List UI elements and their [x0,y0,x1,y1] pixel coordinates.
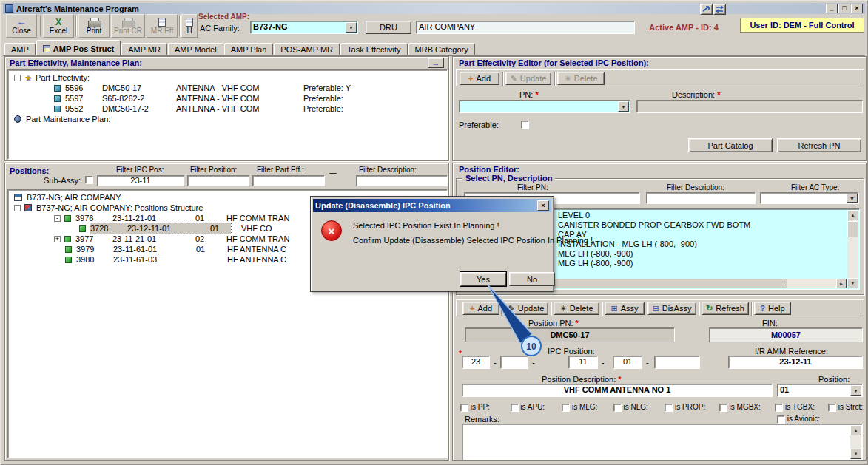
disassy-button[interactable]: ⊟ DisAssy [647,302,696,315]
ac-family-combo[interactable]: B737-NG ▼ [250,21,358,34]
tool-icon-button-1[interactable] [700,4,713,15]
arrow-right-icon: → [432,58,440,67]
dru-button[interactable]: DRU [366,21,411,34]
assy-button[interactable]: ⊞ Assy [605,302,645,315]
remarks-label: Remarks: [465,415,499,424]
yes-button[interactable]: Yes [460,272,506,286]
ir-amm-field[interactable]: 23-12-11 [728,356,863,369]
maximize-button[interactable]: □ [838,4,850,13]
filter-part-eff-input[interactable] [252,175,325,186]
tree-node-part-maintenance-plan[interactable]: Part Maintenance Plan: [8,114,447,124]
sub-assy-checkbox[interactable] [85,176,93,184]
tab-amp-pos-struct[interactable]: AMP Pos Struct [36,40,121,55]
position-description-label: Position Description: * [542,375,622,384]
filter-ac-type-combo[interactable]: ▼ [760,192,859,204]
tab-amp-mr[interactable]: AMP MR [121,43,167,55]
position-description-field[interactable]: VHF COMM ANTENNA NO 1 [462,384,773,397]
chevron-down-icon[interactable]: ▼ [850,385,861,396]
is-mlg-checkbox[interactable] [562,404,570,412]
ipc-field-4[interactable]: 01 [613,356,642,369]
ipc-field-2[interactable] [500,356,528,369]
part-row[interactable]: 5597 S65-8262-2 ANTENNA - VHF COM Prefer… [8,93,447,103]
expand-arrow-button[interactable]: → [428,58,444,68]
grid-icon [43,45,50,52]
close-button[interactable]: ← Close [6,14,37,38]
add-button[interactable]: + Add [462,302,499,315]
position-ipc: 23-11-61-03 [113,254,196,265]
help-button[interactable]: H [181,14,198,38]
is-mgbx-checkbox[interactable] [719,404,727,412]
is-nlg-checkbox[interactable] [613,404,622,412]
part-catalog-button[interactable]: Part Catalog [688,138,773,152]
dialog-close-button[interactable]: × [537,200,549,211]
chevron-down-icon[interactable]: ▼ [346,22,357,33]
description-field[interactable] [636,100,863,113]
expand-plus-icon[interactable]: + [54,236,61,242]
help-button[interactable]: ? Help [754,302,791,315]
tab-task-effectivity[interactable]: Task Effectivity [340,43,408,55]
scroll-down-icon[interactable]: ▼ [850,449,861,459]
tab-amp-plan[interactable]: AMP Plan [224,43,274,55]
preferable-checkbox[interactable] [521,121,529,129]
is-avionic-checkbox[interactable] [777,415,785,424]
remarks-textarea[interactable]: ▲ ▼ [462,424,863,461]
expand-minus-icon[interactable]: - [14,205,21,211]
tree-node-part-effectivity[interactable]: - ★ Part Effectivity: [8,72,447,83]
ipc-field-5[interactable] [654,356,700,369]
company-field[interactable]: AIR COMPANY [416,21,635,34]
print-button-label: Print [87,27,102,35]
update-button[interactable]: ✎ Update [505,72,551,85]
toolbar-separator [602,302,603,316]
company-value: AIR COMPANY [419,22,475,31]
mr-eff-icon [158,18,166,27]
is-avionic-label: is Avionic: [787,415,820,423]
add-button-label: Add [476,74,491,83]
delete-button[interactable]: ✳ Delete [557,72,605,85]
chevron-down-icon[interactable]: ▼ [618,101,629,112]
excel-button[interactable]: X Excel [43,14,74,38]
is-prop-checkbox[interactable] [665,404,673,412]
filter-position-input[interactable] [187,175,249,186]
is-apu-checkbox[interactable] [511,404,519,412]
expand-minus-icon[interactable]: - [54,215,61,222]
add-button[interactable]: + Add [460,72,499,85]
is-strct-checkbox[interactable] [828,404,836,412]
filter-ipc-input[interactable]: 23-11 [97,175,184,186]
close-window-button[interactable]: × [851,4,863,13]
mr-eff-button[interactable]: MR Eff [147,14,178,38]
tab-amp-model[interactable]: AMP Model [168,43,223,55]
ipc-field-1[interactable]: 23 [462,356,490,369]
scrollbar-thumb[interactable] [847,221,858,237]
print-cr-button[interactable]: Print CR [111,14,145,38]
tab-pos-amp-mr[interactable]: POS-AMP MR [274,43,340,55]
part-row[interactable]: 9552 DMC50-17-2 ANTENNA - VHF COM Prefer… [8,103,447,114]
minimize-button[interactable]: _ [826,4,838,13]
vertical-scrollbar[interactable]: ▲ ▼ [850,425,861,459]
chevron-down-icon[interactable]: ▼ [847,194,858,203]
tab-mrb-category[interactable]: MRB Category [408,43,475,55]
toolbar-separator [751,302,753,316]
tool-icon-button-2[interactable] [713,4,726,15]
is-tgbx-checkbox[interactable] [775,404,783,412]
scroll-down-icon[interactable]: ▼ [847,278,858,288]
part-row[interactable]: 5596 DMC50-17 ANTENNA - VHF COM Preferab… [8,83,447,93]
delete-button[interactable]: ✳ Delete [554,302,599,315]
position-combo[interactable]: 01 ▼ [777,384,863,397]
filter-description-input[interactable] [646,192,756,204]
refresh-button[interactable]: ↻ Refresh [702,302,749,315]
vertical-scrollbar[interactable]: ▲ ▼ [847,210,858,288]
print-button[interactable]: Print [78,14,110,38]
ipc-field-3[interactable]: 11 [568,356,598,369]
scroll-right-icon[interactable]: ► [836,279,847,288]
update-button[interactable]: ✎ Update [504,302,548,315]
filter-description-input[interactable] [356,175,448,186]
dialog-title: Update (Disassemble) IPC Position [315,201,451,210]
scroll-up-icon[interactable]: ▲ [850,425,861,435]
refresh-pn-button[interactable]: Refresh PN [777,138,861,152]
pn-combo[interactable]: ▼ [459,100,630,113]
is-pp-checkbox[interactable] [460,404,468,412]
scroll-up-icon[interactable]: ▲ [847,210,858,220]
no-button[interactable]: No [509,272,555,286]
expand-minus-icon[interactable]: - [14,75,21,81]
tab-amp[interactable]: AMP [4,43,36,55]
